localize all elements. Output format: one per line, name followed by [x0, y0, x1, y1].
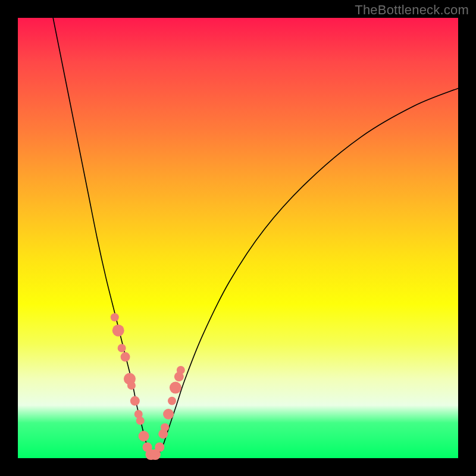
marker-point — [170, 382, 181, 394]
watermark-text: TheBottleneck.com — [355, 2, 469, 18]
marker-point — [111, 313, 119, 321]
bottleneck-curve — [53, 18, 458, 456]
marker-point — [155, 443, 164, 452]
plot-area — [18, 18, 458, 458]
chart-frame: TheBottleneck.com — [0, 0, 476, 476]
markers-group — [111, 313, 185, 460]
marker-point — [139, 431, 149, 441]
marker-point — [168, 397, 176, 405]
marker-point — [161, 423, 169, 431]
marker-point — [177, 366, 185, 374]
marker-point — [163, 409, 174, 419]
marker-point — [130, 396, 140, 406]
marker-point — [121, 352, 130, 362]
curve-layer — [18, 18, 458, 458]
marker-point — [118, 344, 126, 352]
marker-point — [136, 416, 145, 425]
marker-point — [112, 324, 124, 336]
marker-point — [127, 381, 136, 390]
